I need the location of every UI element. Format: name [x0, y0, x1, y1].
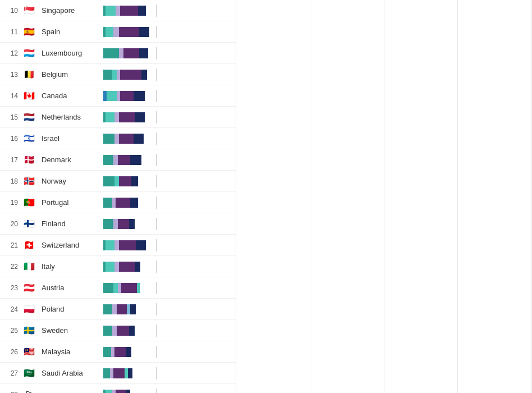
- bar-container: [103, 154, 233, 166]
- country-name: Denmark: [42, 156, 103, 164]
- table-row: 25🇸🇪Sweden: [0, 320, 236, 341]
- bar-segment: [119, 240, 136, 250]
- rank-number: 16: [2, 135, 18, 143]
- bar-segment: [126, 390, 130, 394]
- reference-line: [157, 346, 157, 358]
- bar-segment: [116, 390, 126, 394]
- bar-container: [103, 47, 233, 60]
- rank-number: 18: [2, 177, 18, 185]
- table-row: 19🇵🇹Portugal: [0, 192, 236, 213]
- rank-number: 27: [2, 369, 18, 377]
- country-name: Sweden: [42, 326, 103, 335]
- table-row: 16🇮🇱Israel: [0, 128, 236, 149]
- bar-segment: [129, 219, 135, 229]
- country-name: Finland: [42, 220, 103, 228]
- reference-line: [157, 239, 157, 252]
- country-flag: 🇨🇦: [21, 90, 37, 102]
- country-name: Luxembourg: [42, 49, 103, 57]
- reference-line: [157, 111, 157, 124]
- rank-number: 28: [2, 391, 18, 394]
- reference-line: [157, 154, 157, 166]
- bar-segment: [103, 368, 110, 378]
- bar-segment: [103, 347, 111, 357]
- bar-segment: [123, 48, 139, 58]
- country-name: Austria: [42, 284, 103, 292]
- bar-segment: [120, 70, 141, 80]
- rank-number: 26: [2, 348, 18, 356]
- reference-line: [157, 47, 157, 60]
- bar-segment: [130, 198, 138, 208]
- country-flag: 🇳🇴: [21, 176, 37, 187]
- bar-segment: [114, 176, 119, 186]
- left-panel: 10🇸🇬Singapore11🇪🇸Spain12🇱🇺Luxembourg13🇧🇪…: [0, 0, 236, 393]
- country-flag: 🇮🇹: [21, 261, 37, 272]
- bar-container: [103, 218, 233, 230]
- table-row: 20🇫🇮Finland: [0, 213, 236, 235]
- reference-line: [157, 218, 157, 230]
- reference-line: [157, 261, 157, 273]
- bar-segment: [103, 70, 112, 80]
- reference-line: [157, 325, 157, 337]
- rank-number: 22: [2, 263, 18, 271]
- table-row: 22🇮🇹Italy: [0, 256, 236, 277]
- table-row: 23🇦🇹Austria: [0, 277, 236, 299]
- grid-line-1: [236, 0, 310, 393]
- country-flag: 🇱🇺: [21, 48, 37, 59]
- bar-segment: [106, 390, 112, 394]
- grid-lines: [236, 0, 532, 393]
- country-name: Portugal: [42, 198, 103, 207]
- bar-segment: [130, 304, 136, 314]
- rank-number: 17: [2, 156, 18, 164]
- bar-segment: [134, 91, 145, 101]
- bar-segment: [103, 326, 112, 336]
- country-name: Malaysia: [42, 348, 103, 356]
- table-row: 14🇨🇦Canada: [0, 85, 236, 107]
- country-flag: 🇳🇱: [21, 112, 37, 123]
- bar-segment: [118, 219, 129, 229]
- bar-container: [103, 111, 233, 124]
- bar-segment: [103, 48, 119, 58]
- country-name: Canada: [42, 92, 103, 100]
- bar-container: [103, 261, 233, 273]
- table-row: 12🇱🇺Luxembourg: [0, 43, 236, 64]
- bar-segment: [114, 262, 119, 272]
- country-name: Italy: [42, 262, 103, 271]
- country-name: Switzerland: [42, 241, 103, 249]
- reference-line: [157, 303, 157, 316]
- bar-segment: [112, 304, 117, 314]
- bar-segment: [135, 262, 140, 272]
- bar-segment: [130, 155, 141, 165]
- bar-container: [103, 303, 233, 316]
- country-name: Poland: [42, 305, 103, 313]
- bar-container: [103, 282, 233, 294]
- bar-segment: [113, 155, 118, 165]
- country-flag: 🇸🇪: [21, 325, 37, 336]
- bar-segment: [103, 176, 114, 186]
- bar-segment: [103, 198, 112, 208]
- bar-container: [103, 68, 233, 81]
- table-row: 27🇸🇦Saudi Arabia: [0, 363, 236, 384]
- country-flag: 🇧🇪: [21, 69, 37, 80]
- bar-segment: [117, 326, 129, 336]
- bar-segment: [128, 368, 132, 378]
- bar-segment: [107, 91, 117, 101]
- bar-segment: [114, 134, 119, 144]
- rank-number: 15: [2, 113, 18, 121]
- bar-container: [103, 196, 233, 209]
- country-flag: 🇦🇹: [21, 282, 37, 294]
- rank-number: 13: [2, 71, 18, 79]
- rank-number: 21: [2, 241, 18, 249]
- reference-line: [157, 132, 157, 145]
- country-flag: 🏳: [21, 389, 37, 394]
- bar-segment: [112, 326, 117, 336]
- rank-number: 19: [2, 199, 18, 207]
- bar-segment: [120, 6, 138, 16]
- bar-segment: [136, 240, 146, 250]
- bar-segment: [119, 134, 134, 144]
- table-row: 26🇲🇾Malaysia: [0, 341, 236, 363]
- bar-container: [103, 389, 233, 394]
- country-flag: 🇵🇹: [21, 197, 37, 208]
- table-row: 18🇳🇴Norway: [0, 171, 236, 192]
- country-name: Spain: [42, 28, 103, 36]
- table-row: 24🇵🇱Poland: [0, 299, 236, 320]
